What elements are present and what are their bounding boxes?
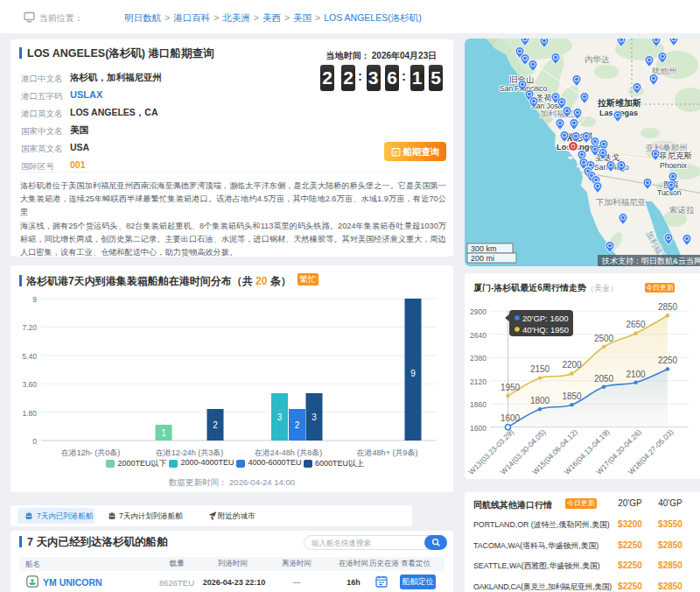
svg-text:下加利福尼亚: 下加利福尼亚 — [596, 197, 647, 207]
svg-text:2120: 2120 — [470, 377, 486, 386]
svg-text:2380: 2380 — [470, 354, 486, 363]
svg-text:3: 3 — [312, 412, 317, 422]
svg-text:40'HQ: 1950: 40'HQ: 1950 — [522, 325, 569, 335]
svg-text:0: 0 — [32, 437, 37, 446]
svg-text:1: 1 — [161, 428, 166, 438]
svg-text:2100: 2100 — [626, 370, 646, 379]
svg-text:200 mi: 200 mi — [471, 254, 494, 263]
svg-text:Phoenix: Phoenix — [660, 161, 687, 170]
svg-text:2850: 2850 — [658, 302, 678, 312]
svg-text:技术支持：明日数航&云当网: 技术支持：明日数航&云当网 — [601, 257, 700, 265]
svg-text:犹他州: 犹他州 — [652, 66, 677, 75]
svg-text:7.20: 7.20 — [22, 323, 37, 332]
svg-text:1860: 1860 — [470, 400, 486, 409]
svg-text:1850: 1850 — [562, 391, 582, 401]
svg-text:内华达: 内华达 — [584, 54, 610, 64]
svg-text:2500: 2500 — [594, 334, 614, 343]
svg-text:在港48h+ (共9条): 在港48h+ (共9条) — [357, 448, 418, 457]
svg-text:20'GP: 1600: 20'GP: 1600 — [522, 314, 569, 323]
svg-text:拉斯维加斯: 拉斯维加斯 — [597, 98, 641, 108]
svg-text:1600: 1600 — [470, 424, 486, 433]
svg-text:2200: 2200 — [562, 360, 582, 370]
svg-text:1950: 1950 — [500, 383, 521, 392]
svg-text:2: 2 — [295, 420, 300, 430]
svg-text:1.80: 1.80 — [22, 409, 37, 418]
svg-text:2640: 2640 — [470, 331, 486, 340]
svg-text:菲尼克斯: 菲尼克斯 — [659, 151, 693, 160]
svg-text:9: 9 — [32, 295, 37, 304]
svg-text:在港12-24h (共3条): 在港12-24h (共3条) — [156, 448, 224, 457]
svg-text:2650: 2650 — [626, 320, 646, 329]
svg-text:在港12h- (共0条): 在港12h- (共0条) — [61, 448, 121, 457]
svg-text:9: 9 — [410, 369, 416, 378]
svg-text:1600: 1600 — [500, 413, 521, 423]
svg-text:2150: 2150 — [530, 364, 550, 374]
svg-text:3: 3 — [277, 412, 283, 422]
svg-text:2250: 2250 — [658, 356, 678, 365]
svg-text:3.60: 3.60 — [22, 380, 37, 389]
svg-text:300 km: 300 km — [471, 244, 497, 253]
svg-text:1800: 1800 — [530, 396, 550, 405]
svg-text:在港24-48h (共8条): 在港24-48h (共8条) — [255, 448, 323, 457]
svg-text:2900: 2900 — [470, 307, 486, 316]
svg-text:2: 2 — [213, 420, 218, 430]
svg-text:2050: 2050 — [594, 374, 614, 384]
svg-text:5.40: 5.40 — [22, 352, 37, 361]
svg-text:索诺拉: 索诺拉 — [669, 205, 695, 215]
